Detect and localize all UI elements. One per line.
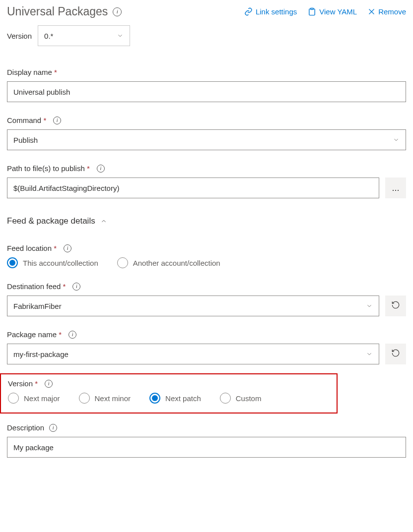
destination-feed-label-row: Destination feed * i (7, 282, 406, 291)
required-marker: * (54, 244, 57, 252)
command-value: Publish (13, 136, 38, 144)
info-icon[interactable]: i (72, 283, 80, 291)
version-highlight-box: Version * i Next major Next minor Next p… (0, 373, 338, 414)
remove-label: Remove (378, 7, 406, 16)
section-header-feed-details[interactable]: Feed & package details (7, 212, 406, 230)
info-icon[interactable]: i (45, 380, 53, 388)
package-name-label: Package name (7, 330, 57, 339)
command-dropdown[interactable]: Publish (7, 129, 406, 150)
destination-feed-label: Destination feed (7, 282, 61, 291)
version-selector-label: Version (7, 32, 32, 40)
radio-this-account[interactable]: This account/collection (7, 257, 98, 268)
header-row: Universal Packages i Link settings View … (7, 5, 406, 18)
chevron-up-icon (100, 218, 107, 225)
radio-other-account[interactable]: Another account/collection (117, 257, 220, 268)
refresh-button[interactable] (385, 344, 406, 364)
destination-feed-field: Destination feed * i FabrikamFiber (7, 282, 406, 316)
radio-minor-label: Next minor (95, 394, 131, 403)
remove-link[interactable]: Remove (368, 7, 406, 16)
required-marker: * (59, 330, 62, 339)
feed-location-label: Feed location (7, 244, 52, 252)
path-label-row: Path to file(s) to publish * i (7, 164, 406, 173)
radio-icon (220, 393, 231, 404)
chevron-down-icon (366, 302, 373, 309)
version-selector-dropdown[interactable]: 0.* (38, 25, 130, 46)
command-label-row: Command * i (7, 116, 406, 124)
link-settings-label: Link settings (256, 7, 297, 16)
required-marker: * (63, 282, 66, 291)
info-icon[interactable]: i (49, 424, 57, 432)
view-yaml-link[interactable]: View YAML (308, 7, 357, 16)
radio-major-label: Next major (24, 394, 60, 403)
display-name-input[interactable] (7, 81, 406, 102)
chevron-down-icon (117, 32, 124, 39)
version-selector-value: 0.* (44, 32, 53, 40)
package-name-dropdown[interactable]: my-first-package (7, 344, 379, 364)
radio-patch-label: Next patch (165, 394, 201, 403)
destination-feed-dropdown[interactable]: FabrikamFiber (7, 296, 379, 316)
command-label: Command (7, 116, 41, 124)
version-label: Version (8, 379, 33, 388)
feed-location-radios: This account/collection Another account/… (7, 257, 406, 268)
destination-feed-value: FabrikamFiber (13, 302, 62, 310)
clipboard-icon (308, 7, 316, 16)
description-label-row: Description i (7, 423, 406, 432)
info-icon[interactable]: i (64, 244, 71, 252)
version-label-row: Version * i (8, 379, 330, 388)
command-field: Command * i Publish (7, 116, 406, 150)
radio-next-minor[interactable]: Next minor (79, 393, 131, 404)
chevron-down-icon (366, 351, 373, 357)
radio-next-patch[interactable]: Next patch (149, 393, 201, 404)
display-name-label: Display name (7, 68, 52, 76)
description-field: Description i (7, 423, 406, 458)
radio-icon (149, 393, 160, 404)
close-icon (368, 8, 375, 15)
info-icon[interactable]: i (97, 165, 105, 173)
version-selector-row: Version 0.* (7, 25, 406, 46)
title-group: Universal Packages i (7, 5, 122, 18)
radio-icon (79, 393, 90, 404)
required-marker: * (43, 116, 46, 124)
view-yaml-label: View YAML (319, 7, 357, 16)
required-marker: * (54, 68, 57, 76)
radio-icon (8, 393, 19, 404)
required-marker: * (35, 379, 38, 388)
refresh-icon (391, 300, 400, 312)
display-name-field: Display name * (7, 68, 406, 102)
page-title: Universal Packages (7, 5, 108, 18)
description-label: Description (7, 423, 44, 432)
ellipsis-icon: ... (392, 183, 399, 193)
browse-button[interactable]: ... (385, 177, 406, 198)
chevron-down-icon (393, 136, 400, 143)
refresh-button[interactable] (385, 296, 406, 316)
version-radios: Next major Next minor Next patch Custom (8, 393, 330, 404)
feed-location-label-row: Feed location * i (7, 244, 406, 252)
info-icon[interactable]: i (69, 331, 76, 339)
radio-icon (117, 257, 128, 268)
link-icon (244, 7, 253, 16)
section-title: Feed & package details (7, 216, 95, 226)
radio-custom[interactable]: Custom (220, 393, 262, 404)
description-input[interactable] (7, 437, 406, 458)
path-label: Path to file(s) to publish (7, 164, 85, 173)
radio-this-label: This account/collection (23, 259, 98, 267)
path-input[interactable] (7, 177, 379, 198)
svg-rect-0 (311, 8, 314, 9)
radio-other-label: Another account/collection (133, 259, 220, 267)
package-name-field: Package name * i my-first-package (7, 330, 406, 364)
link-settings-link[interactable]: Link settings (244, 7, 297, 16)
package-name-value: my-first-package (13, 350, 69, 358)
display-name-label-row: Display name * (7, 68, 406, 76)
radio-next-major[interactable]: Next major (8, 393, 60, 404)
feed-location-field: Feed location * i This account/collectio… (7, 244, 406, 268)
path-field: Path to file(s) to publish * i ... (7, 164, 406, 198)
info-icon[interactable]: i (53, 117, 61, 124)
radio-icon (7, 257, 18, 268)
package-name-label-row: Package name * i (7, 330, 406, 339)
info-icon[interactable]: i (113, 7, 122, 16)
refresh-icon (391, 349, 400, 360)
required-marker: * (87, 164, 90, 173)
link-bar: Link settings View YAML Remove (244, 7, 406, 16)
radio-custom-label: Custom (236, 394, 262, 403)
